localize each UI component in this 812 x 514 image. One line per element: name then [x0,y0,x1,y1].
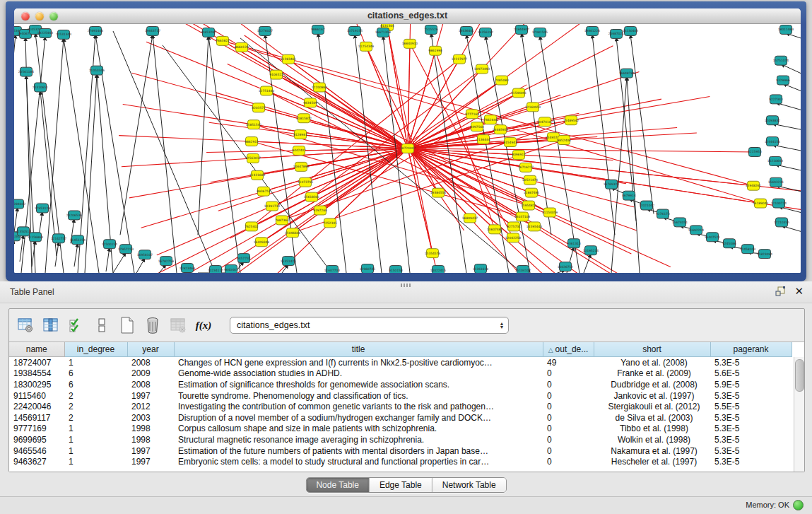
delete-table-icon[interactable] [143,316,162,334]
splitter-grip[interactable] [401,284,411,287]
network-graph[interactable]: 1872400776638228660128112834619106522127… [14,24,801,273]
table-cell: 5.3E-5 [710,456,792,467]
edge [198,36,208,235]
table-cell: 2009 [127,368,174,380]
selected-edge [242,47,408,148]
graph-node-label: 16407521 [705,235,721,239]
graph-node-label: 8936751 [257,189,271,193]
table-select-dropdown[interactable]: citations_edges.txt ▲▼ [230,317,509,334]
edge [540,36,579,273]
float-panel-icon[interactable] [775,286,786,297]
column-header-title[interactable]: title [174,342,543,357]
graph-node-label: 8660128 [235,45,249,49]
table-row[interactable]: 969969511998Structural magnetic resonanc… [9,434,792,445]
graph-node-label: 7252345 [323,221,337,225]
graph-node-label: 17953128 [35,206,51,210]
graph-node-label: 20206536 [66,214,83,217]
table-scrollbar-thumb[interactable] [795,359,804,392]
graph-node-label: 11261618 [473,267,489,271]
edge [85,74,97,273]
network-canvas-area[interactable]: 1872400776638228660128112834619106522127… [14,24,801,273]
graph-node-label: 12200862 [312,86,328,89]
tab-edge-table[interactable]: Edge Table [369,478,432,492]
table-row[interactable]: 946362711997Embryonic stem cells: a mode… [9,456,792,467]
column-header-name[interactable]: name [9,342,64,357]
table-cell: 9699695 [9,434,64,445]
table-row[interactable]: 1456911722003Disruption of a novel membe… [9,412,792,424]
graph-node-label: 12021042 [639,204,655,207]
tab-node-table[interactable]: Node Table [306,478,369,492]
table-cell: 9777169 [9,424,64,435]
table-cell: 18724007 [9,357,64,368]
graph-node-label: 11451254 [70,238,86,242]
table-row[interactable]: 911546021997Tourette syndrome. Phenomeno… [9,390,792,402]
graph-node-label: 9150158 [389,269,403,272]
graph-node-label: 16648784 [619,71,635,75]
table-cell: Wolkin et al. (1998) [594,434,710,445]
graph-node-label: 16809437 [462,216,478,220]
graph-node-label: 15851542 [246,123,262,127]
table-cell: 22420046 [9,401,64,412]
table-cell: 6 [64,368,127,380]
close-panel-icon[interactable]: ✕ [794,286,804,297]
table-cell: 0 [543,401,594,412]
table-row[interactable]: 2242004622012Investigating the contribut… [9,401,792,412]
table-cell: Structural magnetic resonance image aver… [174,434,543,445]
table-cell: 2 [64,412,127,424]
edge [74,243,78,267]
graph-node-label: 15354576 [425,252,441,255]
table-cell: 1997 [127,456,174,467]
create-table-icon[interactable] [118,316,136,334]
graph-node-label: 10391730 [264,204,281,208]
table-row[interactable]: 946554611997Estimation of the future num… [9,445,792,457]
graph-node-label: 10022415 [430,269,447,272]
network-window-titlebar[interactable]: citations_edges.txt [14,8,801,24]
graph-node-label: 21053346 [89,69,105,72]
graph-node-label: 12142757 [51,237,67,240]
table-cell: Tourette syndrome. Phenomenology and cla… [174,390,543,402]
table-mode-tabs: Node Table Edge Table Network Table [305,477,506,493]
graph-node-label: 9276173 [656,212,670,216]
table-settings-icon[interactable] [16,316,35,334]
graph-node-label: 9442407 [292,148,306,152]
table-cell: 5.3E-5 [710,434,792,445]
table-cell: 5.3E-5 [710,412,792,424]
column-header-year[interactable]: year [127,342,174,357]
show-columns-icon[interactable] [42,316,60,334]
graph-node-label: 12042258 [505,236,522,240]
table-row[interactable]: 1938455462009Genome-wide association stu… [9,368,792,380]
graph-node-label: 8679914 [622,194,636,197]
table-cell: 1 [64,445,127,457]
table-cell: 2008 [127,357,174,368]
column-header-in-degree[interactable]: in_degree [64,342,127,357]
table-scrollbar[interactable] [794,357,804,472]
graph-node-label: 10719155 [347,29,363,33]
graph-node-label: 16037108 [514,215,531,218]
column-header-out-degree[interactable]: △out_de... [543,342,594,357]
graph-node-label: 15954821 [521,204,537,207]
network-view-window: citations_edges.txt 18724007766382286601… [14,8,801,273]
table-cell: Jankovic et al. (1997) [594,390,710,402]
edge [120,35,153,235]
graph-node-label: 9227343 [769,98,783,101]
function-builder-icon[interactable]: f(x) [194,316,213,334]
graph-node-label: 15948261 [746,184,762,187]
column-header-short[interactable]: short [594,342,710,357]
graph-node-label: 16640910 [402,42,418,45]
table-cell: Hescheler et al. (1997) [594,456,710,467]
table-row[interactable]: 1830029562008Estimation of significance … [9,379,792,390]
graph-node-label: 11431683 [249,173,266,177]
graph-node-label: 10474107 [537,120,553,124]
graph-node-label: 12563017 [245,156,261,160]
row-height-icon[interactable] [93,316,111,334]
column-header-pagerank[interactable]: pagerank [710,342,792,357]
table-select-value: citations_edges.txt [230,320,495,330]
column-checkboxes-icon[interactable] [67,316,86,334]
graph-node-label: 8203577 [252,106,266,110]
graph-node-label: 11154059 [542,211,558,214]
table-row[interactable]: 977716911998Corpus callosum shape and si… [9,424,792,435]
table-cell: 0 [543,434,594,445]
memory-status-indicator[interactable] [793,500,804,510]
tab-network-table[interactable]: Network Table [432,478,506,492]
table-row[interactable]: 1872400712008Changes of HCN gene express… [9,357,792,368]
